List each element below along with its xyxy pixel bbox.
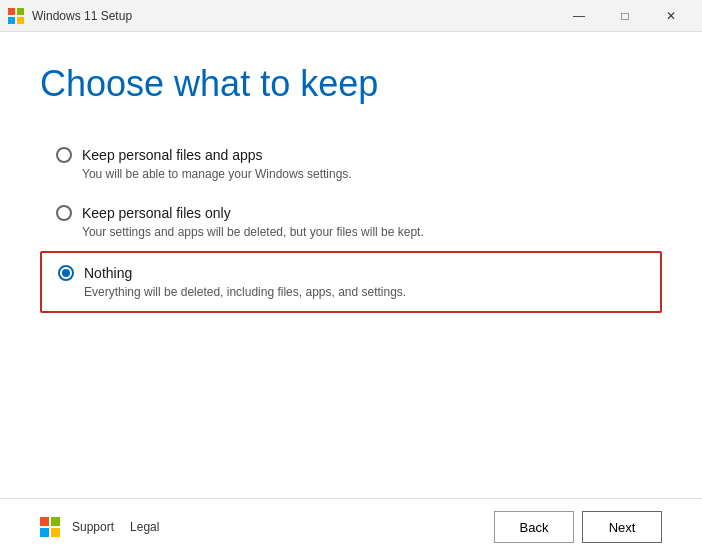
footer-links: Support Legal	[72, 520, 159, 534]
option-nothing[interactable]: Nothing Everything will be deleted, incl…	[40, 251, 662, 313]
option-label-3: Nothing	[84, 265, 132, 281]
support-link[interactable]: Support	[72, 520, 114, 534]
option-label-row-3: Nothing	[58, 265, 644, 281]
radio-keep-files-apps[interactable]	[56, 147, 72, 163]
microsoft-logo	[40, 517, 60, 537]
next-button[interactable]: Next	[582, 511, 662, 543]
option-label-row-1: Keep personal files and apps	[56, 147, 646, 163]
window-controls: — □ ✕	[556, 0, 694, 32]
option-keep-files-only[interactable]: Keep personal files only Your settings a…	[40, 193, 662, 251]
options-container: Keep personal files and apps You will be…	[40, 135, 662, 313]
title-bar-text: Windows 11 Setup	[32, 9, 556, 23]
main-content: Choose what to keep Keep personal files …	[0, 32, 702, 498]
minimize-button[interactable]: —	[556, 0, 602, 32]
option-desc-2: Your settings and apps will be deleted, …	[82, 225, 646, 239]
logo-green	[51, 517, 60, 526]
option-desc-1: You will be able to manage your Windows …	[82, 167, 646, 181]
option-label-1: Keep personal files and apps	[82, 147, 263, 163]
maximize-button[interactable]: □	[602, 0, 648, 32]
logo-blue	[40, 528, 49, 537]
radio-nothing[interactable]	[58, 265, 74, 281]
option-keep-files-apps[interactable]: Keep personal files and apps You will be…	[40, 135, 662, 193]
svg-rect-3	[17, 17, 24, 24]
footer-buttons: Back Next	[494, 511, 662, 543]
svg-rect-1	[17, 8, 24, 15]
footer: Support Legal Back Next	[0, 498, 702, 555]
svg-rect-2	[8, 17, 15, 24]
back-button[interactable]: Back	[494, 511, 574, 543]
spacer	[40, 313, 662, 478]
logo-grid	[40, 517, 60, 537]
title-bar: Windows 11 Setup — □ ✕	[0, 0, 702, 32]
option-desc-3: Everything will be deleted, including fi…	[84, 285, 644, 299]
radio-keep-files-only[interactable]	[56, 205, 72, 221]
logo-red	[40, 517, 49, 526]
option-label-2: Keep personal files only	[82, 205, 231, 221]
logo-yellow	[51, 528, 60, 537]
svg-rect-0	[8, 8, 15, 15]
option-label-row-2: Keep personal files only	[56, 205, 646, 221]
legal-link[interactable]: Legal	[130, 520, 159, 534]
app-icon	[8, 8, 24, 24]
page-title: Choose what to keep	[40, 62, 662, 105]
close-button[interactable]: ✕	[648, 0, 694, 32]
